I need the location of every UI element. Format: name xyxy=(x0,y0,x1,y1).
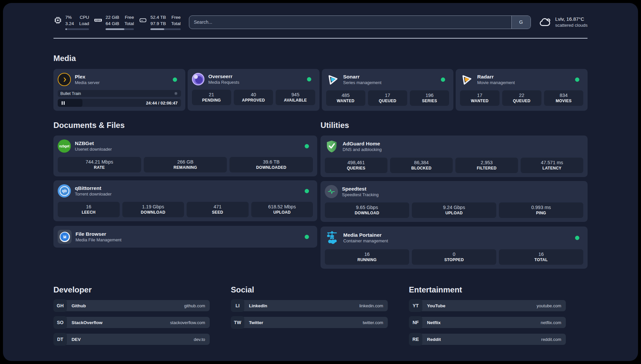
bookmark-link-linkedin[interactable]: LI LinkedIn linkedin.com xyxy=(231,299,388,312)
stat-label: QUERIES xyxy=(325,166,387,171)
section-title-utilities: Utilities xyxy=(320,121,588,130)
dashboard-panel: 7% CPU 3.24 Load xyxy=(3,3,638,361)
app-name: Sonarr xyxy=(343,74,382,80)
cpu-progress-bar xyxy=(65,28,89,30)
app-card-speedtest[interactable]: Speedtest Speedtest Tracking 9.65 Gbps D… xyxy=(320,181,588,222)
card-header: File Browser Media File Management xyxy=(58,230,313,244)
stat-label: MOVIES xyxy=(545,99,583,104)
cloud-icon xyxy=(539,16,551,28)
stat-label: TOTAL xyxy=(500,258,583,262)
stat-tile: 9.65 Gbps DOWNLOAD xyxy=(325,202,409,218)
disk-free-label: Free xyxy=(171,14,181,20)
app-card-filebrowser[interactable]: File Browser Media File Management xyxy=(53,226,317,248)
stat-value: 16 xyxy=(500,251,583,258)
app-name: Plex xyxy=(75,74,100,80)
gear-icon[interactable] xyxy=(173,91,178,96)
memory-total-label: Total xyxy=(125,20,134,27)
section-title-documents: Documents & Files xyxy=(53,121,317,130)
bookmark-link-reddit[interactable]: RE Reddit reddit.com xyxy=(409,333,566,346)
stat-tile: 21 PENDING xyxy=(192,90,231,105)
app-card-portainer[interactable]: Media Portainer Container management 16 … xyxy=(320,227,588,269)
stat-tile: 266 GB REMAINING xyxy=(144,157,227,172)
bookmark-link-stackoverflow[interactable]: SO StackOverflow stackoverflow.com xyxy=(53,316,210,329)
card-header: AdGuard Home DNS and adblocking xyxy=(325,139,583,153)
bookmark-name: LinkedIn xyxy=(249,303,267,308)
adguard-logo-icon xyxy=(325,139,339,153)
stat-label: AVAILABLE xyxy=(276,98,314,103)
stat-value: 21 xyxy=(193,91,230,98)
stat-label: DOWNLOAD xyxy=(325,211,409,216)
stat-value: 1.19 Gbps xyxy=(123,203,184,210)
app-card-sonarr[interactable]: Sonarr Series management 485 WANTED 17 Q… xyxy=(322,69,454,111)
bookmark-url: youtube.com xyxy=(537,303,561,308)
app-card-nzbget[interactable]: nzbget NZBGet Usenet downloader 744.21 M… xyxy=(53,136,317,176)
status-dot-online xyxy=(441,77,445,82)
search-bar[interactable]: G xyxy=(189,15,531,29)
status-dot-online xyxy=(173,77,177,82)
stat-tile: 744.21 Mbps RATE xyxy=(58,157,141,172)
qbittorrent-logo-text: qb xyxy=(60,186,69,196)
disk-total-value: 97.9 TB xyxy=(150,20,166,27)
status-dot-online xyxy=(305,189,309,193)
bookmark-link-dev[interactable]: DT DEV dev.to xyxy=(53,333,210,346)
stat-label: RATE xyxy=(58,165,140,170)
bookmark-link-netflix[interactable]: NF Netflix netflix.com xyxy=(409,316,566,329)
app-card-plex[interactable]: Plex Media server Bullet Train 24:44 / 0… xyxy=(53,69,185,111)
stat-value: 16 xyxy=(58,203,119,210)
card-header: qb qBittorrent Torrent downloader xyxy=(58,184,313,197)
bookmark-url: linkedin.com xyxy=(359,303,383,308)
stat-label: QUEUED xyxy=(369,99,407,104)
bookmark-url: stackoverflow.com xyxy=(170,320,205,325)
status-dot-online xyxy=(575,77,579,82)
stat-value: 9.24 Gbps xyxy=(412,204,496,211)
filebrowser-logo-icon xyxy=(58,230,72,244)
bookmark-link-youtube[interactable]: YT YouTube youtube.com xyxy=(409,299,566,312)
app-description: Usenet downloader xyxy=(75,147,112,152)
bookmark-body: Reddit reddit.com xyxy=(421,334,566,345)
bookmark-url: twitter.com xyxy=(363,320,383,325)
stat-label: APPROVED xyxy=(234,98,272,103)
bookmark-name: Netflix xyxy=(427,320,441,325)
stat-label: SERIES xyxy=(411,99,448,104)
app-card-qbittorrent[interactable]: qb qBittorrent Torrent downloader 16 LEE… xyxy=(53,180,317,221)
stat-tile: 485 WANTED xyxy=(326,90,365,106)
stat-tile: 498,461 QUERIES xyxy=(325,158,387,173)
stat-value: 945 xyxy=(276,91,314,98)
stat-value: 485 xyxy=(327,92,365,99)
bookmark-body: Github github.com xyxy=(66,300,210,311)
stat-tile: 945 AVAILABLE xyxy=(276,90,315,105)
memory-progress-bar xyxy=(106,28,134,30)
stat-row: 744.21 Mbps RATE 266 GB REMAINING 39.6 T… xyxy=(58,157,313,172)
stat-value: 39.6 TB xyxy=(230,159,312,165)
search-input[interactable] xyxy=(189,19,511,25)
bookmark-name: DEV xyxy=(72,337,81,342)
bookmark-link-twitter[interactable]: TW Twitter twitter.com xyxy=(231,316,388,329)
bookmark-name: StackOverflow xyxy=(72,320,103,325)
app-name: NZBGet xyxy=(75,140,112,147)
bookmark-name: Github xyxy=(72,303,86,308)
bookmark-name: YouTube xyxy=(427,303,445,308)
bookmark-link-github[interactable]: GH Github github.com xyxy=(53,299,210,312)
playback-progress-bar: 24:44 / 02:06:47 xyxy=(58,99,181,107)
app-card-adguard[interactable]: AdGuard Home DNS and adblocking 498,461 … xyxy=(320,136,588,177)
cpu-usage-value: 7% xyxy=(65,14,74,20)
system-widgets: 7% CPU 3.24 Load xyxy=(53,14,181,30)
pause-icon[interactable] xyxy=(61,101,65,105)
ram-icon xyxy=(94,16,103,25)
app-card-overseerr[interactable]: Overseerr Media Requests 21 PENDING 40 A… xyxy=(188,69,320,111)
bookmark-abbr: RE xyxy=(409,333,422,346)
search-engine-button[interactable]: G xyxy=(511,16,531,29)
app-description: Speedtest Tracking xyxy=(342,192,379,198)
stat-tile: 16 LEECH xyxy=(58,202,120,217)
weather-condition: scattered clouds xyxy=(555,22,588,28)
stat-label: PING xyxy=(500,211,583,216)
sonarr-logo-icon xyxy=(326,73,339,86)
bookmark-abbr: DT xyxy=(53,333,67,346)
stat-tile: 22 QUEUED xyxy=(502,90,541,106)
bookmark-url: netflix.com xyxy=(541,320,561,325)
bookmark-url: reddit.com xyxy=(541,337,561,342)
app-card-radarr[interactable]: Radarr Movie management 17 WANTED 22 QUE… xyxy=(456,69,588,111)
bookmark-url: github.com xyxy=(184,303,205,308)
stat-label: WANTED xyxy=(327,99,365,104)
status-dot-online xyxy=(307,77,311,81)
